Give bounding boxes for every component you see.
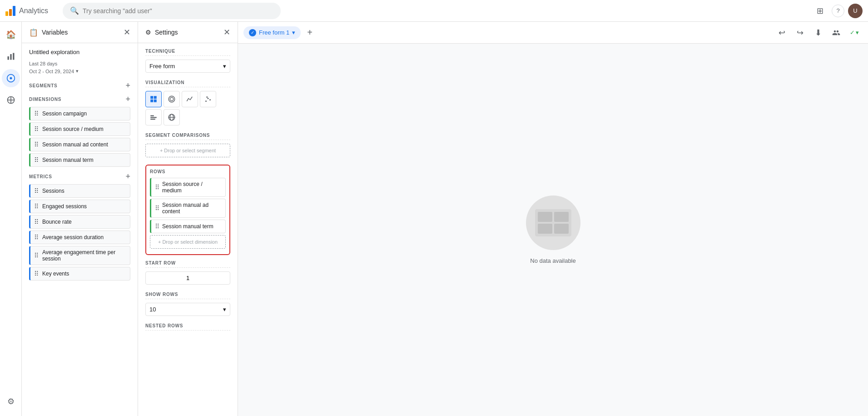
settings-panel-body: TECHNIQUE Free form ▾ VISUALIZATION <box>138 43 238 416</box>
tab-bar-actions: ↩ ↪ ⬇ ✓ ▾ <box>774 25 863 41</box>
variables-panel: 📋 Variables ✕ Untitled exploration Last … <box>22 22 138 416</box>
no-data-cell <box>538 212 552 222</box>
variables-panel-close-button[interactable]: ✕ <box>124 27 130 37</box>
list-item[interactable]: ⠿ Sessions <box>29 184 130 198</box>
list-item[interactable]: ⠿ Session manual term <box>29 153 130 167</box>
nav-reports-icon[interactable] <box>2 47 20 65</box>
list-item[interactable]: ⠿ Session campaign <box>29 107 130 120</box>
undo-button[interactable]: ↩ <box>774 25 790 41</box>
show-rows-select[interactable]: 10 ▾ <box>145 303 230 316</box>
no-data-graphic <box>535 209 571 236</box>
list-item[interactable]: ⠿ Engaged sessions <box>29 200 130 213</box>
drag-icon: ⠿ <box>34 234 39 241</box>
add-tab-button[interactable]: + <box>303 25 317 40</box>
main-layout: 🏠 ⚙ 📋 Variables ✕ Untitled exploration L… <box>0 22 868 416</box>
top-bar: Analytics 🔍 ⊞ ? U <box>0 0 868 22</box>
drag-icon: ⠿ <box>155 184 159 191</box>
logo-bar-yellow <box>5 11 8 16</box>
list-item[interactable]: ⠿ Bounce rate <box>29 215 130 229</box>
segment-comparisons-section: SEGMENT COMPARISONS + Drop or select seg… <box>145 133 230 157</box>
content-main: No data available <box>238 44 868 416</box>
technique-section: TECHNIQUE Free form ▾ <box>145 49 230 73</box>
add-metric-button[interactable]: + <box>125 172 130 180</box>
technique-select[interactable]: Free form ▾ <box>145 60 230 73</box>
technique-caret-icon: ▾ <box>223 63 226 70</box>
drag-icon: ⠿ <box>155 223 159 230</box>
list-item[interactable]: ⠿ Average session duration <box>29 231 130 244</box>
content-area: ✓ Free form 1 ▾ + ↩ ↪ ⬇ ✓ ▾ <box>238 22 868 416</box>
variables-panel-title: 📋 Variables <box>29 28 68 37</box>
status-caret-icon: ▾ <box>856 29 859 36</box>
grid-icon-button[interactable]: ⊞ <box>812 3 828 19</box>
app-title: Analytics <box>19 7 48 15</box>
technique-label: TECHNIQUE <box>145 49 230 56</box>
svg-point-13 <box>170 97 174 101</box>
list-item[interactable]: ⠿ Average engagement time per session <box>29 246 130 265</box>
add-dimension-button[interactable]: + <box>125 95 130 103</box>
settings-panel-close-button[interactable]: ✕ <box>223 27 230 37</box>
svg-rect-0 <box>7 56 9 60</box>
settings-panel-header: ⚙ Settings ✕ <box>138 22 238 43</box>
gear-icon: ⚙ <box>145 29 151 36</box>
viz-map-button[interactable] <box>164 109 180 125</box>
settings-panel-title: ⚙ Settings <box>145 29 178 36</box>
svg-rect-18 <box>150 117 157 118</box>
dimensions-section-label: DIMENSIONS + <box>29 95 130 103</box>
metrics-section-label: METRICS + <box>29 172 130 180</box>
rows-section: ROWS ⠿ Session source / medium ⠿ Session… <box>145 165 230 255</box>
svg-point-4 <box>10 77 12 80</box>
share-button[interactable] <box>828 25 844 41</box>
no-data-display: No data available <box>526 195 580 264</box>
metrics-list: ⠿ Sessions ⠿ Engaged sessions ⠿ Bounce r… <box>29 184 130 281</box>
show-rows-caret-icon: ▾ <box>223 306 226 313</box>
nav-home-icon[interactable]: 🏠 <box>2 25 20 44</box>
nested-rows-label: NESTED ROWS <box>145 323 230 331</box>
svg-point-14 <box>205 100 207 102</box>
drag-icon: ⠿ <box>34 125 39 133</box>
nav-explore-icon[interactable] <box>2 69 20 87</box>
avatar[interactable]: U <box>848 4 863 18</box>
segment-drop-zone[interactable]: + Drop or select segment <box>145 144 230 157</box>
search-icon: 🔍 <box>70 6 79 15</box>
check-status-button[interactable]: ✓ ▾ <box>846 25 863 41</box>
show-rows-section: SHOW ROWS 10 ▾ <box>145 292 230 316</box>
visualization-section: VISUALIZATION <box>145 80 230 125</box>
viz-donut-button[interactable] <box>164 91 180 107</box>
tab-free-form-1[interactable]: ✓ Free form 1 ▾ <box>243 26 301 39</box>
viz-line-button[interactable] <box>182 91 198 107</box>
date-range-value[interactable]: Oct 2 - Oct 29, 2024 ▾ <box>29 68 130 74</box>
tab-check-icon: ✓ <box>249 29 256 36</box>
svg-rect-10 <box>150 100 153 102</box>
rows-label: ROWS <box>150 169 226 174</box>
start-row-section: START ROW <box>145 261 230 285</box>
download-button[interactable]: ⬇ <box>810 25 826 41</box>
svg-rect-1 <box>10 54 11 60</box>
list-item[interactable]: ⠿ Session manual ad content <box>150 199 226 218</box>
nav-advertising-icon[interactable] <box>2 91 20 109</box>
add-segment-button[interactable]: + <box>125 81 130 90</box>
svg-point-17 <box>206 96 208 98</box>
svg-point-15 <box>208 98 209 99</box>
nav-settings-icon[interactable]: ⚙ <box>2 392 20 411</box>
tab-bar: ✓ Free form 1 ▾ + ↩ ↪ ⬇ ✓ ▾ <box>238 22 868 44</box>
viz-table-button[interactable] <box>145 91 162 107</box>
list-item[interactable]: ⠿ Session source / medium <box>150 178 226 197</box>
rows-drop-zone[interactable]: + Drop or select dimension <box>150 235 226 249</box>
list-item[interactable]: ⠿ Session manual term <box>150 220 226 233</box>
start-row-input[interactable] <box>145 271 230 285</box>
redo-button[interactable]: ↪ <box>792 25 808 41</box>
dimensions-list: ⠿ Session campaign ⠿ Session source / me… <box>29 107 130 167</box>
viz-bar-button[interactable] <box>145 109 162 125</box>
svg-point-16 <box>209 99 211 100</box>
list-item[interactable]: ⠿ Session manual ad content <box>29 138 130 151</box>
list-item[interactable]: ⠿ Key events <box>29 267 130 281</box>
list-item[interactable]: ⠿ Session source / medium <box>29 122 130 136</box>
help-icon-button[interactable]: ? <box>832 5 844 17</box>
viz-scatter-button[interactable] <box>200 91 216 107</box>
search-input[interactable] <box>83 7 273 15</box>
show-rows-label: SHOW ROWS <box>145 292 230 299</box>
segment-comparisons-label: SEGMENT COMPARISONS <box>145 133 230 140</box>
svg-rect-8 <box>150 96 153 99</box>
segments-section-label: SEGMENTS + <box>29 81 130 90</box>
search-bar[interactable]: 🔍 <box>63 3 281 19</box>
